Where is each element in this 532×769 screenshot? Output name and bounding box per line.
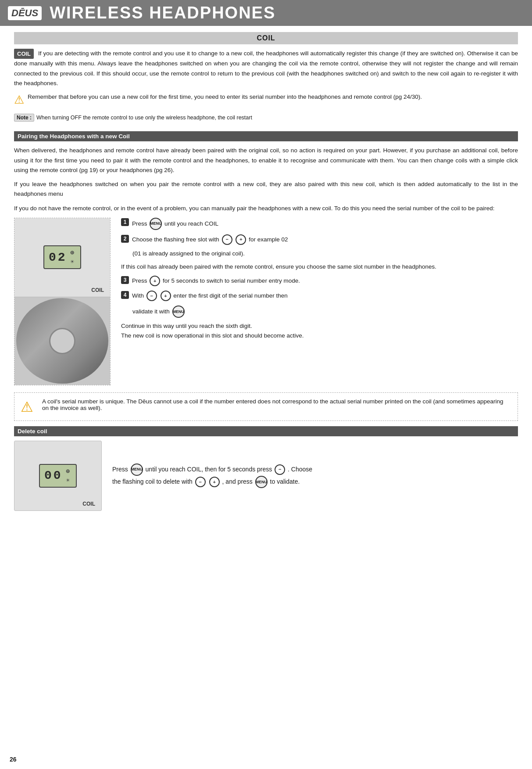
warning-text: Remember that before you can use a new c… — [28, 93, 422, 102]
step-num-4: 4 — [121, 291, 129, 299]
pairing-heading: Pairing the Headphones with a new Coil — [14, 131, 518, 141]
step-2-note: If this coil has already been paired wit… — [121, 262, 518, 272]
logo: DĒUS — [11, 7, 38, 18]
delete-lcd-value: 00 — [44, 469, 63, 482]
note-text: When turning OFF the remote control to u… — [36, 115, 252, 121]
step-1-text: Press MENU until you reach COIL — [132, 218, 518, 230]
lcd-display: 02 ⊕ ☀ — [43, 245, 81, 269]
delete-coil-heading: Delete coil — [14, 426, 518, 436]
warning-bottom-box: ⚠ A coil's serial number is unique. The … — [14, 392, 518, 421]
warning-icon-bottom: ⚠ — [21, 399, 33, 415]
note-box: Note : When turning OFF the remote contr… — [14, 114, 252, 122]
delete-text-press: Press — [112, 466, 130, 473]
step-3: 3 Press + for 5 seconds to switch to ser… — [121, 276, 518, 286]
lcd-device-image: 02 ⊕ ☀ COIL — [14, 218, 110, 297]
minus-button-icon-delete: − — [275, 464, 285, 475]
step-num-1: 1 — [121, 218, 129, 226]
step-3-text: Press + for 5 seconds to switch to seria… — [132, 276, 518, 286]
delete-lcd-icon-2: ☀ — [66, 477, 71, 484]
menu-button-icon-delete2: MENU — [255, 476, 268, 488]
minus-button-icon-1: − — [222, 234, 232, 245]
page-header: DĒUS WIRELESS HEADPHONES — [0, 0, 532, 26]
coil-badge: COIL — [14, 49, 34, 59]
note-label: Note : — [14, 114, 34, 122]
step-4-text: With − + enter the first digit of the se… — [132, 291, 518, 301]
coil-photo — [16, 298, 108, 384]
delete-device-image: 00 ⊕ ☀ COIL — [14, 441, 102, 511]
menu-button-icon-delete: MENU — [131, 464, 143, 476]
steps-area: 02 ⊕ ☀ COIL — [14, 218, 518, 385]
pairing-para2: If you leave the headphones switched on … — [14, 180, 518, 199]
step-1: 1 Press MENU until you reach COIL — [121, 218, 518, 230]
continue-2: The new coil is now operational in this … — [121, 331, 518, 341]
coil-label-top: COIL — [91, 287, 104, 293]
minus-button-icon-2: − — [146, 291, 157, 301]
delete-area: 00 ⊕ ☀ COIL Press MENU until you reach C… — [14, 441, 518, 511]
device-images: 02 ⊕ ☀ COIL — [14, 218, 111, 385]
page-number: 26 — [10, 756, 17, 763]
plus-button-icon-3: + — [161, 291, 171, 301]
coil-photo-inner — [49, 328, 75, 354]
delete-text-validate: to validate. — [270, 478, 300, 485]
pairing-para1: When delivered, the headphones and remot… — [14, 146, 518, 175]
validate-line: validate it with MENU — [132, 305, 518, 318]
main-content: COIL COIL If you are detecting with the … — [0, 32, 532, 525]
menu-button-icon-2: MENU — [172, 305, 185, 318]
coil-photo-image — [14, 297, 110, 385]
plus-button-icon-1: + — [236, 234, 246, 245]
coil-label-delete: COIL — [82, 501, 95, 507]
menu-button-icon-1: MENU — [150, 218, 162, 230]
warning-block: ⚠ Remember that before you can use a new… — [14, 93, 518, 107]
minus-button-icon-delete2: − — [195, 477, 206, 487]
pairing-para3: If you do not have the remote control, o… — [14, 204, 518, 213]
lcd-value: 02 — [49, 251, 67, 264]
delete-lcd-icons: ⊕ ☀ — [66, 467, 71, 484]
step-num-2: 2 — [121, 235, 129, 243]
logo-box: DĒUS — [8, 6, 42, 20]
delete-text-press2: , and press — [222, 478, 254, 485]
step-2: 2 Choose the flashing free slot with − +… — [121, 234, 518, 245]
intro-paragraph: COIL If you are detecting with the remot… — [14, 49, 518, 88]
step-2b: (01 is already assigned to the original … — [132, 249, 518, 259]
coil-section-heading: COIL — [14, 32, 518, 44]
warning-icon: ⚠ — [14, 93, 24, 107]
delete-text-flashing: the flashing coil to delete with — [112, 478, 194, 485]
warning-bottom-text: A coil's serial number is unique. The Dē… — [42, 398, 511, 411]
step-4: 4 With − + enter the first digit of the … — [121, 291, 518, 301]
continue-text: Continue in this way until you reach the… — [121, 321, 518, 340]
delete-text-until: until you reach COIL, then for 5 seconds… — [146, 466, 274, 473]
plus-button-icon-2: + — [150, 276, 160, 286]
step-num-3: 3 — [121, 276, 129, 284]
steps-list: 1 Press MENU until you reach COIL 2 Choo… — [121, 218, 518, 385]
plus-button-icon-delete: + — [209, 477, 220, 487]
intro-text: If you are detecting with the remote con… — [14, 50, 518, 86]
lcd-icon-2: ☀ — [71, 258, 76, 266]
lcd-icon-1: ⊕ — [71, 249, 76, 256]
page-title: WIRELESS HEADPHONES — [50, 4, 275, 22]
delete-text-choose: . Choose — [288, 466, 312, 473]
delete-text-block: Press MENU until you reach COIL, then fo… — [112, 464, 312, 489]
continue-1: Continue in this way until you reach the… — [121, 321, 518, 331]
delete-lcd-display: 00 ⊕ ☀ — [39, 464, 77, 488]
step-2-text: Choose the flashing free slot with − + f… — [132, 234, 518, 245]
lcd-icons: ⊕ ☀ — [71, 249, 76, 266]
delete-lcd-icon-1: ⊕ — [66, 467, 71, 475]
